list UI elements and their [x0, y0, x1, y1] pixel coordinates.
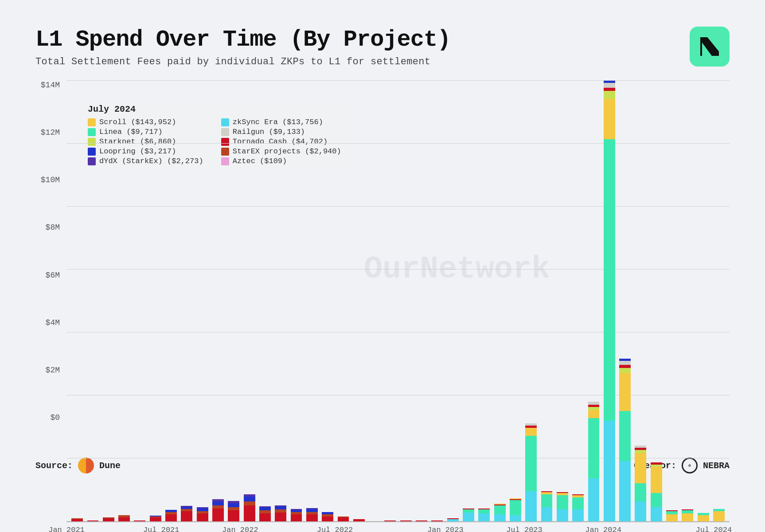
bar-stack	[197, 507, 208, 521]
bar-segment	[431, 520, 443, 521]
x-axis-label: Jan 2021	[48, 526, 85, 532]
bar-stack	[604, 81, 615, 521]
bar-stack	[478, 509, 490, 521]
y-axis-label: $8M	[46, 223, 60, 232]
bar-stack	[713, 509, 725, 521]
bar-segment	[619, 461, 631, 521]
bar-group	[352, 81, 366, 521]
bar-group	[195, 81, 210, 521]
bar-segment	[666, 511, 678, 514]
bar-group	[461, 81, 476, 521]
bar-segment	[259, 510, 271, 513]
bar-group	[680, 81, 695, 521]
bar-stack	[275, 505, 286, 521]
bar-segment	[478, 509, 490, 513]
bar-segment	[494, 514, 506, 521]
x-axis-label: Jul 2024	[696, 526, 732, 532]
x-axis-label: Jul 2023	[506, 526, 543, 532]
bar-segment	[103, 518, 114, 521]
bar-segment	[525, 491, 537, 521]
bar-segment	[604, 83, 615, 88]
svg-marker-0	[700, 37, 719, 56]
bar-group	[273, 81, 288, 521]
bar-stack	[698, 513, 709, 521]
bar-segment	[635, 453, 646, 483]
bars-inner	[66, 81, 730, 521]
bar-stack	[353, 519, 365, 521]
bar-group	[101, 81, 116, 521]
y-axis-label: $6M	[46, 271, 60, 280]
bar-group	[320, 81, 335, 521]
bar-stack	[431, 520, 443, 521]
x-axis-label: Jul 2022	[317, 526, 353, 532]
bar-segment	[588, 478, 600, 521]
bar-stack	[118, 515, 130, 521]
bar-group	[336, 81, 350, 521]
bar-group	[180, 81, 194, 521]
bar-segment	[619, 361, 631, 365]
bar-stack	[244, 494, 255, 521]
logo-box	[690, 27, 730, 66]
bar-group	[148, 81, 163, 521]
bar-group	[602, 81, 617, 521]
bar-segment	[244, 505, 255, 521]
bar-group	[117, 81, 131, 521]
bar-segment	[228, 503, 239, 507]
bar-segment	[588, 407, 600, 410]
bar-stack	[228, 501, 239, 521]
bar-segment	[71, 519, 83, 521]
bar-segment	[306, 514, 318, 521]
bar-segment	[525, 428, 537, 436]
bar-segment	[604, 88, 615, 91]
x-axis-label: Jul 2021	[143, 526, 180, 532]
bar-segment	[275, 506, 286, 509]
bar-segment	[228, 507, 239, 510]
bar-segment	[588, 410, 600, 418]
bar-stack	[338, 516, 349, 521]
bar-segment	[181, 511, 192, 521]
bar-segment	[604, 421, 615, 521]
y-axis-label: $2M	[46, 366, 60, 375]
y-axis-label: $4M	[46, 318, 60, 327]
bar-segment	[651, 507, 662, 521]
bar-segment	[494, 505, 506, 514]
bar-group	[70, 81, 84, 521]
bar-stack	[165, 510, 177, 521]
y-axis: $14M$12M$10M$8M$6M$4M$2M$0	[35, 81, 66, 444]
bar-segment	[118, 517, 130, 521]
bar-group	[430, 81, 444, 521]
bar-group	[665, 81, 679, 521]
bar-segment	[541, 494, 553, 507]
bar-group	[696, 81, 710, 521]
chart-area: $14M$12M$10M$8M$6M$4M$2M$0 Jan 2021Jul 2…	[35, 81, 730, 444]
bar-segment	[197, 513, 208, 521]
bar-segment	[557, 495, 568, 509]
bar-segment	[619, 368, 631, 373]
bar-segment	[635, 501, 646, 521]
y-axis-label: $0	[50, 413, 60, 422]
bar-segment	[134, 520, 145, 521]
bars-and-xaxis: Jan 2021Jul 2021Jan 2022Jul 2022Jan 2023…	[66, 81, 730, 532]
bar-segment	[635, 483, 646, 501]
bar-segment	[306, 509, 318, 512]
bar-segment	[400, 520, 412, 521]
bar-segment	[244, 501, 255, 505]
subtitle: Total Settlement Fees paid by individual…	[35, 56, 450, 67]
bar-stack	[651, 462, 662, 521]
bar-group	[133, 81, 147, 521]
bar-segment	[87, 520, 99, 521]
bar-segment	[463, 512, 474, 521]
header: L1 Spend Over Time (By Project) Total Se…	[35, 27, 730, 67]
bar-stack	[212, 499, 224, 521]
bar-stack	[682, 509, 693, 521]
bar-stack	[306, 508, 318, 521]
bar-segment	[212, 505, 224, 509]
bar-group	[571, 81, 585, 521]
bar-segment	[165, 514, 177, 521]
bar-segment	[557, 509, 568, 521]
bar-stack	[259, 506, 271, 521]
bar-segment	[463, 509, 474, 512]
bar-segment	[197, 508, 208, 511]
bar-group	[618, 81, 632, 521]
bar-segment	[353, 519, 365, 521]
